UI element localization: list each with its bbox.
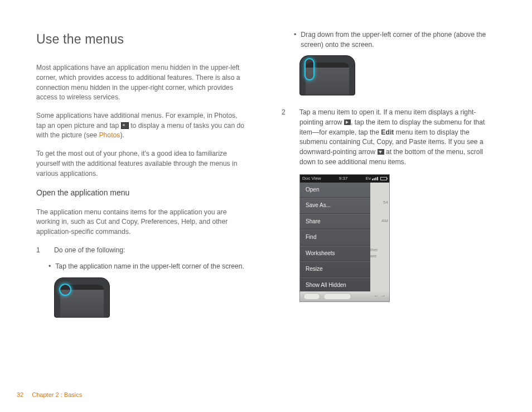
intro-paragraph-2: Some applications have additional menus.… [36, 111, 248, 141]
step-body: Do one of the following: [54, 246, 248, 256]
phone-screenshot-drag-down [299, 55, 355, 95]
bullet-icon: • [294, 30, 296, 50]
menu-item-find[interactable]: Find [300, 229, 370, 246]
status-app-name: Doc View [302, 175, 321, 182]
menu-item-worksheets[interactable]: Worksheets [300, 246, 370, 262]
phone-screenshot-app-menu: Doc View 9:37 Ev 54 AM ther are Open Sav… [299, 174, 390, 302]
menu-item-open[interactable]: Open [300, 183, 370, 198]
nav-arrows-icon[interactable]: ← → [373, 292, 386, 300]
arrow-right-icon [344, 119, 351, 125]
bullet-text: Drag down from the upper-left corner of … [301, 30, 494, 50]
menu-item-save-as[interactable]: Save As... [300, 198, 370, 214]
menu-item-share[interactable]: Share [300, 214, 370, 230]
edit-menu-label: Edit [381, 128, 394, 136]
toolbar-chip[interactable] [303, 293, 320, 300]
network-label: Ev [366, 175, 371, 182]
phone-screenshot-tap-corner [54, 277, 110, 318]
page-footer: 32 Chapter 2 : Basics [17, 391, 82, 400]
intro-paragraph-1: Most applications have an application me… [36, 63, 248, 103]
image-menu-icon [121, 122, 129, 129]
toolbar-chip[interactable] [323, 293, 351, 300]
app-menu-description: The application menu contains items for … [36, 208, 248, 237]
touch-indicator-icon [59, 284, 71, 296]
signal-icon [372, 177, 378, 180]
step-2: 2 Tap a menu item to open it. If a menu … [282, 108, 494, 167]
right-column: • Drag down from the upper-left corner o… [282, 30, 494, 318]
left-column: Use the menus Most applications have an … [36, 30, 248, 318]
section-heading-open-app-menu: Open the application menu [36, 187, 248, 198]
bullet-text: Tap the application name in the upper-le… [55, 262, 244, 272]
step-body: Tap a menu item to open it. If a menu it… [299, 108, 494, 167]
background-content: 54 AM ther are [369, 183, 389, 301]
page-heading: Use the menus [36, 30, 248, 49]
menu-item-resize[interactable]: Resize [300, 261, 370, 277]
status-time: 9:37 [339, 175, 348, 182]
step-1: 1 Do one of the following: [36, 246, 248, 256]
bullet-drag-down: • Drag down from the upper-left corner o… [294, 30, 494, 50]
photos-link[interactable]: Photos [99, 131, 120, 139]
intro-paragraph-3: To get the most out of your phone, it's … [36, 149, 248, 179]
status-bar: Doc View 9:37 Ev [300, 175, 389, 183]
drag-indicator-icon [304, 58, 315, 80]
page-number: 32 [17, 391, 23, 398]
application-menu: Open Save As... Share Find Worksheets Re… [300, 183, 370, 294]
bullet-icon: • [49, 262, 51, 272]
battery-icon [380, 177, 387, 180]
step-number: 1 [36, 246, 42, 256]
step-number: 2 [282, 108, 287, 167]
arrow-down-icon [378, 149, 384, 155]
bullet-tap-app-name: • Tap the application name in the upper-… [49, 262, 248, 272]
bottom-toolbar: ← → [300, 291, 389, 301]
chapter-label: Chapter 2 : Basics [32, 391, 82, 398]
